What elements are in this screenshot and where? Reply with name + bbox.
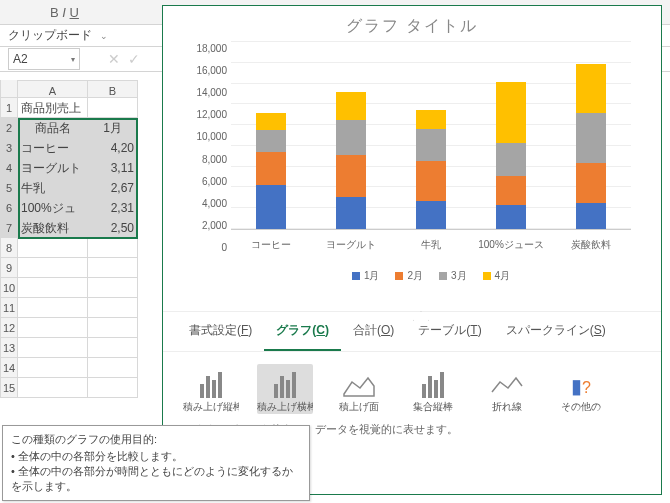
cell[interactable] <box>18 278 88 298</box>
cell[interactable]: 2,67 <box>88 178 138 198</box>
cell[interactable]: 1月 <box>88 118 138 138</box>
cell[interactable]: 100%ジュース <box>18 198 88 218</box>
cell[interactable]: コーヒー <box>18 138 88 158</box>
row-head[interactable]: 3 <box>0 138 18 158</box>
chart-preview: 18,00016,00014,00012,00010,0008,0006,000… <box>187 43 637 283</box>
cell[interactable] <box>18 298 88 318</box>
cell[interactable] <box>88 98 138 118</box>
x-label: ヨーグルト <box>311 238 391 252</box>
qa-tab-S[interactable]: スパークライン(S) <box>494 312 618 351</box>
chevron-down-icon: ▾ <box>71 55 75 64</box>
cell[interactable]: 2,50 <box>88 218 138 238</box>
row-head[interactable]: 8 <box>0 238 18 258</box>
cell[interactable]: 3,11 <box>88 158 138 178</box>
row-head[interactable]: 9 <box>0 258 18 278</box>
row-head[interactable]: 12 <box>0 318 18 338</box>
bar <box>256 113 286 229</box>
cell[interactable] <box>88 298 138 318</box>
row-head[interactable]: 13 <box>0 338 18 358</box>
cell[interactable]: ヨーグルト <box>18 158 88 178</box>
row-head[interactable]: 10 <box>0 278 18 298</box>
qa-tab-O[interactable]: 合計(O) <box>341 312 406 351</box>
row-head[interactable]: 2 <box>0 118 18 138</box>
col-head-a[interactable]: A <box>18 80 88 98</box>
row-head[interactable]: 1 <box>0 98 18 118</box>
tooltip-heading: この種類のグラフの使用目的: <box>11 432 301 447</box>
tooltip-line2: • 全体の中の各部分が時間とともにどのように変化するかを示します。 <box>11 464 301 494</box>
x-label: 牛乳 <box>391 238 471 252</box>
chart-type-area[interactable]: 積上げ面 <box>331 364 387 414</box>
legend-item: 4月 <box>483 269 511 283</box>
chart-title: グラフ タイトル <box>163 16 661 37</box>
x-label: 炭酸飲料 <box>551 238 631 252</box>
corner[interactable] <box>0 80 18 98</box>
x-label: 100%ジュース <box>471 238 551 252</box>
cell[interactable]: 4,20 <box>88 138 138 158</box>
cell[interactable] <box>18 238 88 258</box>
bar <box>496 81 526 229</box>
cell[interactable]: 炭酸飲料 <box>18 218 88 238</box>
cell[interactable]: 牛乳 <box>18 178 88 198</box>
row-head[interactable]: 11 <box>0 298 18 318</box>
cell[interactable]: 2,31 <box>88 198 138 218</box>
legend-item: 1月 <box>352 269 380 283</box>
cell[interactable]: 商品別売上 <box>18 98 88 118</box>
cell[interactable] <box>88 358 138 378</box>
chart-type-bars-h[interactable]: 積み上げ横棒 <box>257 364 313 414</box>
tooltip: この種類のグラフの使用目的: • 全体の中の各部分を比較します。 • 全体の中の… <box>2 425 310 501</box>
row-head[interactable]: 7 <box>0 218 18 238</box>
tooltip-line1: • 全体の中の各部分を比較します。 <box>11 449 301 464</box>
bar <box>576 64 606 229</box>
legend-item: 2月 <box>395 269 423 283</box>
cell[interactable] <box>88 258 138 278</box>
chart-type-line[interactable]: 折れ線 <box>479 364 535 414</box>
row-head[interactable]: 4 <box>0 158 18 178</box>
bar <box>416 110 446 229</box>
quick-analysis-panel: グラフ タイトル 18,00016,00014,00012,00010,0008… <box>162 5 662 495</box>
row-head[interactable]: 15 <box>0 378 18 398</box>
cell[interactable] <box>18 338 88 358</box>
formula-icons: ✕✓ <box>108 51 140 67</box>
cell[interactable] <box>88 238 138 258</box>
cell[interactable] <box>18 378 88 398</box>
legend-item: 3月 <box>439 269 467 283</box>
cell[interactable] <box>88 318 138 338</box>
chart-type-bars[interactable]: 集合縦棒 <box>405 364 461 414</box>
cell[interactable] <box>88 278 138 298</box>
chart-type-bars[interactable]: 積み上げ縦棒 <box>183 364 239 414</box>
x-label: コーヒー <box>231 238 311 252</box>
col-head-b[interactable]: B <box>88 80 138 98</box>
cell[interactable]: 商品名 <box>18 118 88 138</box>
cell[interactable] <box>18 358 88 378</box>
name-box[interactable]: A2 ▾ <box>8 48 80 70</box>
qa-tab-F[interactable]: 書式設定(F) <box>177 312 264 351</box>
qa-tab-C[interactable]: グラフ(C) <box>264 312 341 351</box>
clipboard-group: クリップボード <box>0 23 100 48</box>
chart-type-row: 積み上げ縦棒積み上げ横棒積上げ面集合縦棒折れ線▮?その他の <box>183 364 661 414</box>
cell[interactable] <box>88 378 138 398</box>
qa-tabs: 書式設定(F)グラフ(C)合計(O)テーブル(T)スパークライン(S) <box>163 311 661 352</box>
bar <box>336 92 366 229</box>
cell[interactable] <box>18 318 88 338</box>
cell[interactable] <box>88 338 138 358</box>
row-head[interactable]: 6 <box>0 198 18 218</box>
name-box-value: A2 <box>13 52 28 66</box>
chart-type-more[interactable]: ▮?その他の <box>553 364 609 414</box>
worksheet-grid[interactable]: A B 1商品別売上2商品名1月3コーヒー4,204ヨーグルト3,115牛乳2,… <box>0 80 138 398</box>
cell[interactable] <box>18 258 88 278</box>
row-head[interactable]: 14 <box>0 358 18 378</box>
row-head[interactable]: 5 <box>0 178 18 198</box>
